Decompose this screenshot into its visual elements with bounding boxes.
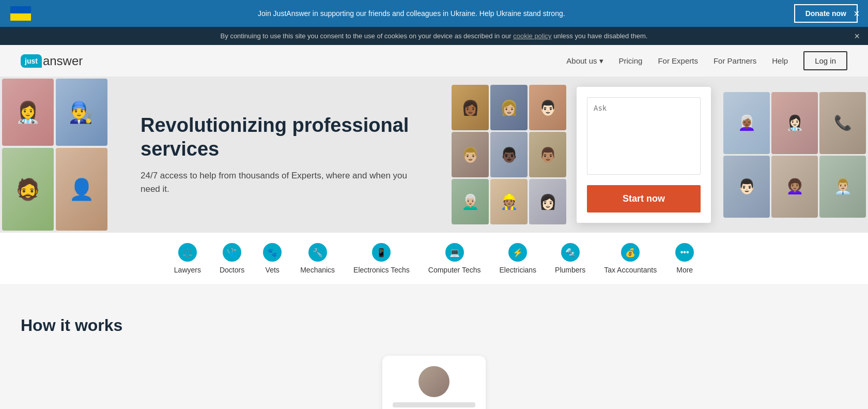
plumbers-label: Plumbers	[555, 266, 585, 274]
ukraine-banner-close[interactable]: ×	[854, 8, 860, 19]
hero-photos-right: 👩🏾‍🦳 👩🏻‍⚕️ 📞 👨🏻 👩🏽‍🦱 👨🏼‍💼	[721, 90, 868, 220]
hero-photo-right-4: 👨🏻	[723, 156, 770, 218]
doctors-label: Doctors	[220, 266, 244, 274]
hero-photo-right-5: 👩🏽‍🦱	[771, 156, 818, 218]
for-experts-link[interactable]: For Experts	[658, 56, 698, 65]
placeholder-line-1	[393, 402, 475, 407]
expert-photo-3: 👨🏻	[529, 85, 566, 130]
category-item-mechanics[interactable]: 🔧Mechanics	[300, 243, 335, 274]
hero-photo-1: 👩‍⚕️	[2, 79, 54, 146]
expert-photo-9: 👩🏻	[529, 179, 566, 224]
vets-icon: 🐾	[263, 243, 282, 262]
how-it-works-section: How it works	[0, 285, 868, 409]
hero-photo-3: 🧔	[2, 148, 54, 231]
how-it-works-title: How it works	[21, 316, 847, 335]
plumbers-icon: 🔩	[561, 243, 580, 262]
expert-photo-2: 👩🏼	[490, 85, 528, 130]
electricians-icon: ⚡	[508, 243, 527, 262]
hero-title: Revolutionizing professional services	[141, 114, 421, 161]
mechanics-icon: 🔧	[308, 243, 327, 262]
help-link[interactable]: Help	[772, 56, 788, 65]
category-item-lawyers[interactable]: ⚖️Lawyers	[174, 243, 201, 274]
logo-container: just answer	[21, 54, 83, 68]
hero-photos-left: 👩‍⚕️ 👨‍🔧 🧔 👤	[0, 77, 110, 233]
ukraine-banner-text: Join JustAnswer in supporting our friend…	[39, 9, 784, 18]
start-now-button[interactable]: Start now	[587, 185, 701, 213]
hero-photo-2: 👨‍🔧	[56, 79, 107, 146]
computer-icon: 💻	[445, 243, 464, 262]
logo-just: just	[25, 57, 38, 65]
electricians-label: Electricians	[499, 266, 536, 274]
lawyers-icon: ⚖️	[178, 243, 197, 262]
how-it-works-preview	[21, 356, 847, 409]
category-item-computer[interactable]: 💻Computer Techs	[428, 243, 481, 274]
category-item-more[interactable]: •••More	[675, 243, 694, 274]
expert-photo-5: 👨🏿	[490, 132, 528, 177]
cookie-banner: By continuing to use this site you conse…	[0, 27, 868, 45]
logo-bubble: just	[21, 54, 42, 68]
ask-widget: Start now	[577, 87, 711, 223]
pricing-link[interactable]: Pricing	[619, 56, 643, 65]
logo[interactable]: just answer	[21, 54, 83, 68]
category-item-electronics[interactable]: 📱Electronics Techs	[353, 243, 410, 274]
expert-photo-1: 👩🏾	[452, 85, 489, 130]
category-item-plumbers[interactable]: 🔩Plumbers	[555, 243, 585, 274]
electronics-label: Electronics Techs	[353, 266, 410, 274]
for-partners-link[interactable]: For Partners	[714, 56, 756, 65]
hero-photo-right-1: 👩🏾‍🦳	[723, 92, 770, 154]
mechanics-label: Mechanics	[300, 266, 335, 274]
cookie-banner-close[interactable]: ×	[854, 31, 860, 41]
hero-section: 👩‍⚕️ 👨‍🔧 🧔 👤 Revolutionizing professiona…	[0, 77, 868, 233]
expert-photo-8: 👷🏽	[490, 179, 528, 224]
cookie-policy-link[interactable]: cookie policy	[513, 32, 551, 40]
login-button[interactable]: Log in	[803, 51, 847, 70]
vets-label: Vets	[266, 266, 280, 274]
expert-photo-7: 👨🏼‍🦳	[452, 179, 489, 224]
hero-photo-right-6: 👨🏼‍💼	[819, 156, 866, 218]
more-label: More	[676, 266, 693, 274]
expert-info-placeholder	[393, 402, 475, 409]
category-item-doctors[interactable]: 🩺Doctors	[220, 243, 244, 274]
ukraine-banner: Join JustAnswer in supporting our friend…	[0, 0, 868, 27]
cookie-text2: unless you have disabled them.	[553, 32, 647, 40]
donate-now-button[interactable]: Donate now	[794, 4, 858, 23]
tax-label: Tax Accountants	[604, 266, 657, 274]
hero-photo-4: 👤	[56, 148, 107, 231]
doctors-icon: 🩺	[223, 243, 241, 262]
tax-icon: 💰	[621, 243, 640, 262]
category-item-vets[interactable]: 🐾Vets	[263, 243, 282, 274]
computer-label: Computer Techs	[428, 266, 481, 274]
cookie-text: By continuing to use this site you conse…	[221, 32, 512, 40]
lawyers-label: Lawyers	[174, 266, 201, 274]
expert-photos-center: 👩🏾 👩🏼 👨🏻 👨🏼 👨🏿 👨🏽 👨🏼‍🦳 👷🏽 👩🏻	[452, 85, 566, 224]
hero-subtitle: 24/7 access to help from thousands of Ex…	[141, 169, 421, 195]
logo-answer: answer	[43, 54, 83, 68]
ask-input[interactable]	[587, 97, 701, 175]
category-item-tax[interactable]: 💰Tax Accountants	[604, 243, 657, 274]
about-us-link[interactable]: About us ▾	[566, 56, 603, 66]
hero-content: Revolutionizing professional services 24…	[110, 93, 452, 216]
hero-photo-right-2: 👩🏻‍⚕️	[771, 92, 818, 154]
electronics-icon: 📱	[372, 243, 391, 262]
categories-bar: ⚖️Lawyers🩺Doctors🐾Vets🔧Mechanics📱Electro…	[0, 233, 868, 285]
more-icon: •••	[675, 243, 694, 262]
ukraine-flag	[10, 6, 31, 21]
chevron-down-icon: ▾	[599, 56, 603, 66]
category-item-electricians[interactable]: ⚡Electricians	[499, 243, 536, 274]
hero-photo-right-3: 📞	[819, 92, 866, 154]
expert-avatar	[419, 366, 450, 397]
expert-photo-6: 👨🏽	[529, 132, 566, 177]
expert-preview-card	[382, 356, 486, 409]
expert-photo-4: 👨🏼	[452, 132, 489, 177]
main-nav: just answer About us ▾ Pricing For Exper…	[0, 45, 868, 77]
